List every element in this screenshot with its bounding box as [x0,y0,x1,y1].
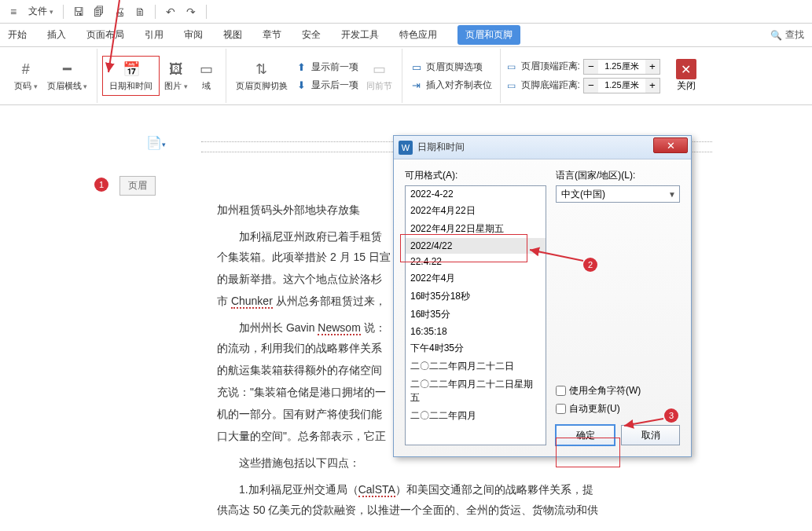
options-icon: ▭ [410,60,423,73]
tab-special[interactable]: 特色应用 [399,28,437,42]
dialog-title: 日期和时间 [417,141,465,154]
search-label: 查找 [785,28,804,42]
same-prev-label: 同前节 [366,80,392,92]
autoupdate-input[interactable] [556,404,566,414]
insert-align-label: 插入对齐制表位 [426,79,492,92]
cancel-button[interactable]: 取消 [621,425,680,445]
ribbon: # 页码 ━ 页眉横线 📅 日期和时间 🖼 图片 ▭ 域 ⇅ 页眉页脚切换 ⬆显… [0,47,812,105]
tab-devtools[interactable]: 开发工具 [341,28,379,42]
close-hf-button[interactable]: ✕ 关闭 [670,56,703,96]
tab-start[interactable]: 开始 [8,28,27,42]
close-icon: ✕ [676,59,696,79]
app-icon[interactable]: ≡ [5,3,22,20]
show-next-button[interactable]: ⬇显示后一项 [292,78,362,93]
format-item[interactable]: 16:35:18 [406,324,546,339]
page-number-label: 页码 [14,80,38,92]
save-as-icon[interactable]: 🗐 [90,3,108,20]
dialog-titlebar[interactable]: W 日期和时间 ✕ [394,136,691,159]
format-item[interactable]: 2022年4月22日 [406,202,546,220]
doc-p5: 供高达 50 亿美元的贷款融资，以推进一个全面的、全州的货运、货物流动和供 [217,500,704,520]
bot-dist-input[interactable] [598,81,645,90]
hf-options-button[interactable]: ▭页眉页脚选项 [407,60,495,75]
format-item[interactable]: 下午4时35分 [406,339,546,357]
bot-dist-icon: ▭ [505,80,518,91]
tab-view[interactable]: 视图 [223,28,242,42]
search-icon: 🔍 [770,30,782,41]
top-dist-minus[interactable]: − [584,60,598,74]
page-number-button[interactable]: # 页码 [9,58,42,93]
format-item[interactable]: 16时35分18秒 [406,287,546,306]
annotation-badge-1: 1 [94,178,108,192]
date-time-button[interactable]: 📅 日期和时间 [102,56,160,96]
dialog-close-button[interactable]: ✕ [653,137,688,153]
annotation-badge-2: 2 [583,258,597,272]
picture-icon: 🖼 [167,60,186,79]
show-prev-label: 显示前一项 [311,60,358,74]
language-label: 语言(国家/地区)(L): [556,169,680,182]
header-line-button[interactable]: ━ 页眉横线 [42,58,93,93]
format-item[interactable]: 2022年4月 [406,269,546,287]
tab-review[interactable]: 审阅 [184,28,203,42]
print-preview-icon[interactable]: 🗎 [131,3,149,20]
top-dist-spinner[interactable]: − + [583,59,660,75]
autoupdate-checkbox[interactable]: 自动更新(U) [556,402,680,416]
tab-header-footer[interactable]: 页眉和页脚 [457,25,520,45]
show-next-label: 显示后一项 [311,79,358,92]
format-item[interactable]: 2022/4/22 [406,238,546,254]
field-button[interactable]: ▭ 域 [193,58,221,93]
bot-dist-label: 页脚底端距离: [521,79,580,92]
undo-icon[interactable]: ↶ [162,3,179,20]
language-value: 中文(中国) [561,188,605,201]
tab-chapter[interactable]: 章节 [263,28,281,42]
top-dist-plus[interactable]: + [645,60,660,74]
save-icon[interactable]: 🖫 [70,3,87,20]
fullwidth-checkbox[interactable]: 使用全角字符(W) [556,384,680,397]
format-item[interactable]: 二〇二二年四月 [406,407,546,425]
tab-insert[interactable]: 插入 [47,28,66,42]
redo-icon[interactable]: ↷ [182,3,200,20]
align-icon: ⇥ [410,79,423,91]
next-icon: ⬇ [296,79,308,91]
field-label: 域 [202,80,211,92]
fullwidth-input[interactable] [556,386,566,396]
format-item[interactable]: 二〇二二年四月二十二日星期五 [406,375,546,407]
bot-dist-minus[interactable]: − [584,79,598,93]
formats-label: 可用格式(A): [405,169,546,182]
print-icon[interactable]: 🖨 [111,3,128,20]
top-dist-input[interactable] [598,62,645,71]
page-icon[interactable]: 📄▾ [146,135,166,150]
switch-icon: ⇅ [252,60,271,79]
search-box[interactable]: 🔍 查找 [770,28,804,42]
dialog-logo-icon: W [399,141,413,155]
show-prev-button[interactable]: ⬆显示前一项 [292,60,362,75]
format-item[interactable]: 2022-4-22 [406,186,546,202]
tab-layout[interactable]: 页面布局 [86,28,124,42]
formats-list[interactable]: 2022-4-222022年4月22日2022年4月22日星期五2022/4/2… [405,185,546,445]
bot-dist-spinner[interactable]: − + [583,78,660,93]
hf-switch-label: 页眉页脚切换 [236,80,288,92]
doc-p4: 1.加利福尼亚州交通局（CalSTA）和美国交通部之间的战略夥伴关系，提 [217,479,704,500]
autoupdate-label: 自动更新(U) [569,402,620,416]
tab-reference[interactable]: 引用 [145,28,164,42]
tab-security[interactable]: 安全 [302,28,321,42]
header-line-label: 页眉横线 [47,80,88,92]
file-menu[interactable]: 文件 [25,3,57,20]
same-prev-icon: ▭ [369,60,388,79]
format-item[interactable]: 22.4.22 [406,254,546,269]
prev-icon: ⬆ [296,60,308,73]
fullwidth-label: 使用全角字符(W) [569,384,641,397]
close-label: 关闭 [677,79,696,93]
ok-button[interactable]: 确定 [556,425,615,445]
bot-dist-plus[interactable]: + [645,79,660,93]
format-item[interactable]: 二〇二二年四月二十二日 [406,357,546,375]
hf-options-label: 页眉页脚选项 [426,60,483,74]
language-select[interactable]: 中文(中国) [556,185,680,203]
insert-align-button[interactable]: ⇥插入对齐制表位 [407,78,495,93]
picture-button[interactable]: 🖼 图片 [160,58,193,93]
quick-access-toolbar: ≡ 文件 🖫 🗐 🖨 🗎 ↶ ↷ [0,0,812,24]
date-time-label: 日期和时间 [109,80,152,92]
format-item[interactable]: 16时35分 [406,306,546,324]
format-item[interactable]: 2022年4月22日星期五 [406,220,546,238]
header-tag: 页眉 [119,176,156,196]
hf-switch-button[interactable]: ⇅ 页眉页脚切换 [231,58,292,93]
